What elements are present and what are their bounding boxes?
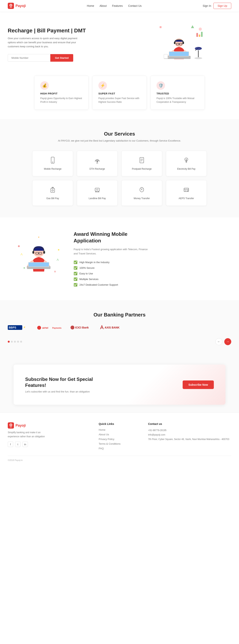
svg-point-11 [195,57,202,59]
prev-arrow-button[interactable]: ← [215,338,222,345]
subscribe-title: Subscribe Now for Get Special Features! [25,376,99,388]
feature-trusted: 🛡️ TRUSTED Payoji is 100% Trustable with… [151,76,205,110]
super-fast-title: SUPER FAST [98,92,141,95]
app-feature-2: ✅ 100% Secure [74,266,151,270]
navbar: Payoji Home About Features Contact Us Si… [0,0,239,12]
bbps-logo: BBPS⚡ [8,324,29,332]
footer-brand: Payoji Simplify banking and make it an e… [8,422,91,450]
app-illustration [12,232,66,286]
subscribe-subtitle: Let's subscribe with us and find the fun… [25,390,99,393]
feature-super-fast: ⚡ SUPER FAST Payoji provides Super Fast … [92,76,147,110]
contact-title: Contact us [148,422,231,426]
svg-rect-9 [201,32,203,37]
dot-3[interactable] [14,341,16,343]
service-postpaid-recharge[interactable]: Postpaid Recharge [121,151,162,176]
footer-link-privacy[interactable]: Privacy Policy [99,438,140,440]
subscribe-button[interactable]: Subscribe Now [183,380,214,389]
facebook-icon[interactable]: f [8,442,13,447]
landline-bill-label: Landline Bill Pay [81,197,113,200]
feature-high-profit: 💰 HIGH PROFIT Payoji gives Opportunity t… [34,76,88,110]
svg-point-68 [70,326,74,330]
nav-about[interactable]: About [100,4,107,7]
svg-point-49 [58,249,59,250]
partners-section: Our Banking Partners BBPS⚡ airtelPayment… [0,300,239,357]
gas-bill-label: Gas Bill Pay [36,197,69,200]
svg-text:BBPS: BBPS [9,326,16,329]
svg-rect-14 [174,42,176,44]
service-dth-recharge[interactable]: DTH Recharge [77,151,118,176]
footer-link-terms[interactable]: Terms & Conditions [99,442,140,445]
dot-4[interactable] [17,341,19,343]
app-feature-5: ✅ 24x7 Dedicated Customer Support [74,283,151,286]
svg-point-3 [10,5,11,6]
contact-phone: +91-98779-28195 [148,428,231,433]
super-fast-desc: Payoji provides Super Fast Service with … [98,96,141,104]
footer-logo-text: Payoji [15,424,26,428]
app-title: Award Winning Mobile Application [74,231,151,244]
service-landline-bill[interactable]: Landline Bill Pay [77,180,118,206]
services-subtitle: At PAYOJI, we give not just the Best but… [8,139,231,143]
subscribe-text: Subscribe Now for Get Special Features! … [25,376,99,393]
app-section: Award Winning Mobile Application Payoji … [0,218,239,300]
check-icon-2: ✅ [74,266,77,270]
dot-5[interactable] [20,341,22,343]
footer: Payoji Simplify banking and make it an e… [0,412,239,465]
dot-2[interactable] [11,341,13,343]
footer-link-home[interactable]: Home [99,428,140,431]
svg-rect-22 [164,54,168,58]
svg-rect-61 [29,262,49,266]
svg-point-12 [195,47,202,50]
footer-contact: Contact us +91-98779-28195 info@payoji.c… [148,422,231,450]
nav-features[interactable]: Features [112,4,123,7]
service-electricity-bill[interactable]: Electricity Bill Pay [166,151,207,176]
trusted-title: TRUSTED [157,92,199,95]
carousel-dots [8,341,22,343]
nav-home[interactable]: Home [87,4,94,7]
footer-link-faq[interactable]: FAQ [99,447,140,450]
get-started-button[interactable]: Get Started [50,54,73,62]
svg-rect-15 [183,42,184,44]
aeps-transfer-icon [170,186,203,195]
nav-contact[interactable]: Contact Us [128,4,142,7]
landline-bill-icon [81,186,113,195]
mobile-recharge-icon [36,157,69,165]
high-profit-desc: Payoji gives Opportunity to Earn Highest… [40,96,82,104]
electricity-bill-icon [170,157,203,165]
dot-1[interactable] [8,341,10,343]
trusted-icon: 🛡️ [157,81,165,90]
services-section: Our Services At PAYOJI, we give not just… [0,119,239,218]
hero-svg [154,23,208,66]
service-aeps-transfer[interactable]: AEPS Transfer [166,180,207,206]
service-gas-bill[interactable]: Gas Bill Pay [32,180,73,206]
dth-recharge-icon [81,157,113,165]
airtel-logo: airtelPayments Bank [37,324,62,332]
hero-form: Get Started [8,54,86,62]
footer-link-about[interactable]: About Us [99,433,140,436]
services-grid: Mobile Recharge DTH Recharge Postpaid Re… [32,151,207,206]
app-features-list: ✅ High Margin in the Industry ✅ 100% Sec… [74,260,151,286]
check-icon-1: ✅ [74,260,77,264]
mobile-input[interactable] [8,54,50,62]
service-mobile-recharge[interactable]: Mobile Recharge [32,151,73,176]
hero-section: Recharge | Bill Payment | DMT Give your … [0,12,239,74]
icici-logo: ICICI Bank [70,324,91,332]
money-transfer-label: Money Transfer [126,197,158,200]
partners-nav: ← → [8,338,231,345]
service-money-transfer[interactable]: ₹ Money Transfer [121,180,162,206]
next-arrow-button[interactable]: → [224,338,231,345]
svg-point-37 [52,190,53,191]
signin-button[interactable]: Sign In [203,4,211,7]
svg-rect-39 [95,188,99,191]
app-desc: Payoji is India's Fastest growing applic… [74,247,151,256]
logo[interactable]: Payoji [8,3,26,9]
svg-rect-21 [169,52,189,56]
nav-links: Home About Features Contact Us [87,4,142,7]
aeps-transfer-label: AEPS Transfer [170,197,203,200]
gas-bill-icon [36,186,69,195]
instagram-icon[interactable]: in [22,442,28,447]
twitter-icon[interactable]: t [15,442,20,447]
signup-button[interactable]: Sign Up [214,3,231,9]
quick-links-title: Quick Links [99,422,140,426]
svg-point-50 [24,267,25,268]
contact-info: +91-98779-28195 info@payoji.com 7th Floo… [148,428,231,441]
